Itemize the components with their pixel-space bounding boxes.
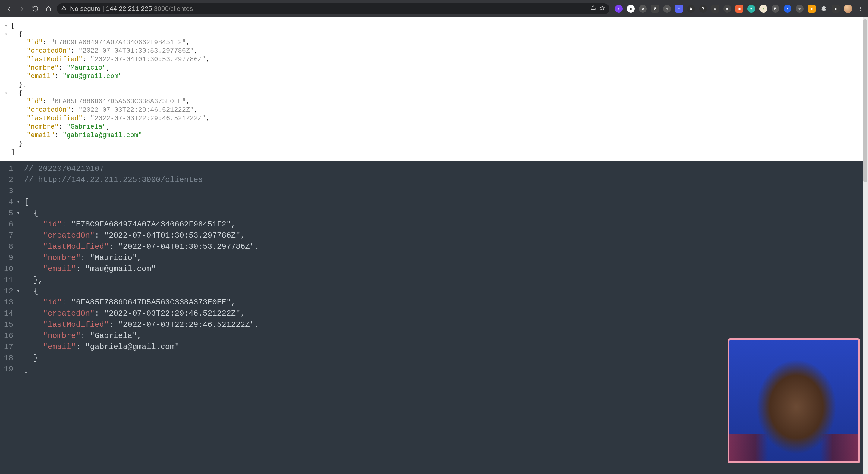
- extension-icon[interactable]: ⊕: [796, 5, 804, 13]
- code-line: // http://144.22.211.225:3000/clientes: [24, 174, 868, 185]
- code-line: "createdOn": "2022-07-04T01:30:53.297786…: [24, 230, 868, 241]
- side-panel-icon[interactable]: ◧: [832, 5, 840, 13]
- extension-icon[interactable]: ◐: [627, 5, 635, 13]
- line-number: 6: [0, 219, 13, 230]
- line-number: 14: [0, 308, 13, 319]
- fold-marker: [17, 364, 24, 375]
- line-number: 15: [0, 319, 13, 330]
- fold-marker: [17, 163, 24, 174]
- scrollbar-thumb[interactable]: [863, 19, 867, 182]
- extensions-area: ✦ ◐ ⚙ ⎘ ✎ ⌨ W V ▦ ✱ ▣ ● ● ⛨ ● ⊕ ◆ ◧ ⋮: [613, 4, 864, 13]
- code-line: },: [24, 275, 868, 286]
- line-number: 10: [0, 264, 13, 275]
- extensions-menu-icon[interactable]: [820, 5, 828, 13]
- extension-icon[interactable]: ▦: [711, 5, 719, 13]
- line-number: 8: [0, 241, 13, 252]
- light-json-line: "id": "6FA85F7886D647D5A563C338A373E0EE"…: [11, 98, 868, 106]
- not-secure-icon: [61, 5, 67, 13]
- extension-icon[interactable]: ⚙: [639, 5, 647, 13]
- url-path: :3000/clientes: [152, 5, 193, 12]
- extension-icon[interactable]: ⌨: [675, 5, 683, 13]
- reload-button[interactable]: [30, 4, 40, 14]
- code-line: // 20220704210107: [24, 163, 868, 174]
- line-number: 12: [0, 286, 13, 297]
- code-line: "id": "E78C9FA684974A07A4340662F98451F2"…: [24, 219, 868, 230]
- extension-icon[interactable]: ●: [760, 5, 767, 13]
- extension-icon[interactable]: ◆: [808, 5, 815, 13]
- fold-marker[interactable]: ▾: [17, 197, 24, 208]
- light-json-line: {: [11, 30, 868, 39]
- fold-marker: [17, 319, 24, 330]
- extension-icon[interactable]: ●: [747, 5, 755, 13]
- code-line: "nombre": "Mauricio",: [24, 252, 868, 264]
- fold-marker: [17, 353, 24, 364]
- line-number: 1: [0, 163, 13, 174]
- fold-marker: [17, 297, 24, 308]
- home-button[interactable]: [43, 4, 54, 14]
- code-line: "lastModified": "2022-07-03T22:29:46.521…: [24, 319, 868, 330]
- fold-marker[interactable]: ▾: [17, 208, 24, 219]
- fold-marker: [17, 308, 24, 319]
- light-json-line: "nombre": "Mauricio",: [11, 64, 868, 72]
- extension-icon[interactable]: ✎: [663, 5, 671, 13]
- light-json-line: [: [11, 22, 868, 30]
- line-number: 9: [0, 252, 13, 264]
- fold-marker: [17, 219, 24, 230]
- line-number-gutter: 12345678910111213141516171819: [0, 161, 17, 474]
- extension-icon[interactable]: W: [687, 5, 695, 13]
- share-icon[interactable]: [590, 5, 596, 13]
- fold-marker: [17, 341, 24, 353]
- profile-avatar[interactable]: [844, 4, 852, 13]
- line-number: 19: [0, 364, 13, 375]
- light-json-line: {: [11, 89, 868, 98]
- fold-marker: [17, 241, 24, 252]
- fold-marker: [17, 252, 24, 264]
- extension-icon[interactable]: ●: [784, 5, 792, 13]
- light-json-line: "createdOn": "2022-07-04T01:30:53.297786…: [11, 47, 868, 56]
- line-number: 4: [0, 197, 13, 208]
- light-json-line: "email": "gabriela@gmail.com": [11, 131, 868, 140]
- fold-gutter: ▾▾ ▾: [17, 161, 24, 474]
- code-line: "id": "6FA85F7886D647D5A563C338A373E0EE"…: [24, 297, 868, 308]
- fold-marker: [17, 185, 24, 197]
- chrome-menu-icon[interactable]: ⋮: [857, 5, 864, 13]
- code-line: "email": "mau@gmail.com": [24, 264, 868, 275]
- webcam-overlay: [727, 338, 860, 463]
- extension-icon[interactable]: ▣: [735, 5, 743, 13]
- code-line: "lastModified": "2022-07-04T01:30:53.297…: [24, 241, 868, 252]
- address-bar[interactable]: No seguro | 144.22.211.225:3000/clientes: [57, 3, 610, 14]
- code-line: [: [24, 197, 868, 208]
- fold-marker[interactable]: ▾: [17, 286, 24, 297]
- line-number: 18: [0, 353, 13, 364]
- back-button[interactable]: [4, 4, 14, 14]
- line-number: 16: [0, 330, 13, 341]
- extension-icon[interactable]: ⛨: [772, 5, 779, 13]
- line-number: 2: [0, 174, 13, 185]
- code-line: [24, 185, 868, 197]
- light-json-line: "lastModified": "2022-07-04T01:30:53.297…: [11, 56, 868, 64]
- browser-toolbar: No seguro | 144.22.211.225:3000/clientes…: [0, 0, 868, 18]
- fold-marker: [17, 275, 24, 286]
- extension-icon[interactable]: ✦: [615, 5, 623, 13]
- fold-marker: [17, 230, 24, 241]
- fold-marker: [17, 174, 24, 185]
- line-number: 17: [0, 341, 13, 353]
- forward-button[interactable]: [17, 4, 27, 14]
- light-json-line: "email": "mau@gmail.com": [11, 72, 868, 81]
- url-host: 144.22.211.225: [106, 5, 152, 12]
- extension-icon[interactable]: ⎘: [651, 5, 659, 13]
- light-json-line: ]: [11, 148, 868, 157]
- bookmark-star-icon[interactable]: [599, 5, 605, 13]
- light-json-line: "nombre": "Gabriela",: [11, 123, 868, 131]
- address-text: No seguro | 144.22.211.225:3000/clientes: [70, 5, 193, 13]
- code-line: {: [24, 286, 868, 297]
- vertical-scrollbar[interactable]: [863, 18, 868, 474]
- light-json-line: },: [11, 81, 868, 89]
- line-number: 7: [0, 230, 13, 241]
- light-json-line: }: [11, 140, 868, 148]
- line-number: 3: [0, 185, 13, 197]
- extension-icon[interactable]: ✱: [723, 5, 731, 13]
- extension-icon[interactable]: V: [699, 5, 707, 13]
- light-json-line: "createdOn": "2022-07-03T22:29:46.521222…: [11, 106, 868, 114]
- code-line: "createdOn": "2022-07-03T22:29:46.521222…: [24, 308, 868, 319]
